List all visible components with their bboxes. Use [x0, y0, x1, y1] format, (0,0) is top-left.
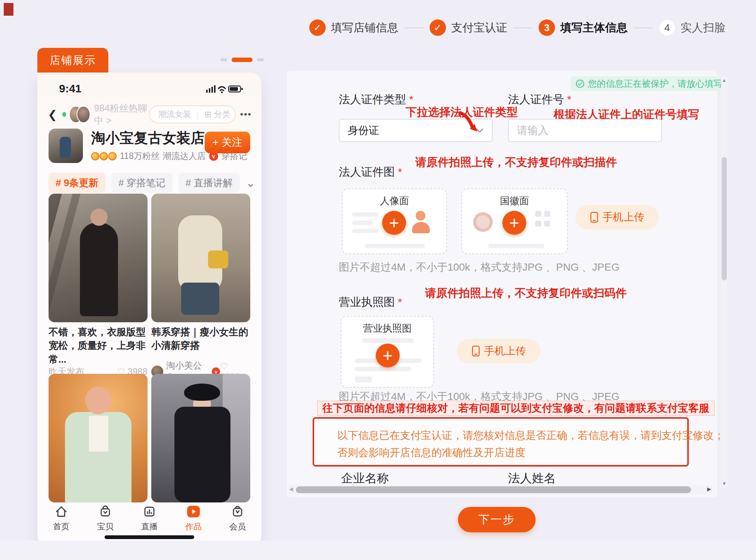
step-label: 填写店铺信息 [331, 20, 398, 36]
category-grid-icon: ⊞ [204, 110, 211, 119]
step-number: 4 [659, 19, 675, 36]
follow-button: + 关注 [205, 132, 250, 153]
review-banner: 往下页面的信息请仔细核对，若有问题可以到支付宝修改，有问题请联系支付宝客服 [317, 401, 715, 416]
upload-button-label: 手机上传 [484, 344, 526, 358]
heart-icon: ♡ [220, 361, 228, 371]
chevron-down-icon: ⌄ [246, 179, 256, 187]
carousel-indicator [220, 58, 264, 62]
medal-icon [100, 152, 108, 160]
tabbar-label: 宝贝 [97, 521, 114, 532]
tabbar-works: 作品 [185, 504, 202, 532]
phone-top-nav: ❮ 984粉丝热聊中 > 潮流女装 ｜ ⊞ 分类 ••• [48, 105, 252, 123]
portrait-icon [416, 211, 425, 221]
medal-icon [91, 152, 99, 160]
protection-text: 您的信息正在被保护，请放心填写 [588, 78, 722, 90]
horizontal-scrollbar[interactable]: ◀ ▶ [288, 485, 712, 494]
works-play-icon [186, 504, 201, 519]
mobile-upload-button[interactable]: 手机上传 [575, 205, 659, 230]
phone-mockup: 9:41 ❮ 984粉丝热聊中 > [37, 73, 261, 547]
fans-count: 118万粉丝 [120, 150, 159, 162]
scroll-down-arrow[interactable]: ▼ [721, 481, 728, 486]
phone-icon [471, 345, 480, 357]
add-icon: + [376, 344, 400, 367]
search-keyword: 潮流女装 [158, 109, 191, 120]
post-photo [151, 374, 250, 502]
alipay-notice-box: 以下信息已在支付宝认证，请您核对信息是否正确，若信息有误，请到支付宝修改； 否则… [313, 417, 689, 467]
tabbar-live: 直播 [141, 504, 158, 532]
live-icon [142, 504, 157, 519]
store-name: 淘小宝复古女装店 [91, 129, 205, 148]
step-face-scan: 4 实人扫脸 [659, 19, 725, 36]
store-header: 淘小宝复古女装店 118万粉丝 潮流达人店 v 穿搭记 + 关注 [49, 129, 250, 167]
upload-card-title: 营业执照图 [341, 322, 433, 335]
avatar [77, 106, 90, 123]
phone-tabbar: 首页 宝贝 直播 作品 [49, 504, 250, 532]
post-grid-row1 [49, 194, 250, 322]
tab-updates: # 9条更新 [49, 173, 105, 193]
home-icon [54, 504, 69, 519]
tab-outfit-notes: # 穿搭笔记 [111, 173, 173, 193]
add-icon: + [382, 211, 406, 235]
horizontal-scrollbar-thumb[interactable] [296, 486, 691, 493]
step-number: 3 [539, 19, 555, 36]
status-time: 9:41 [59, 82, 81, 95]
upload-card-back[interactable]: 国徽面 + [461, 188, 568, 254]
legal-name-label: 法人姓名 [508, 470, 556, 487]
protection-notice: 您的信息正在被保护，请放心填写 [571, 76, 727, 91]
cert-no-input[interactable] [508, 119, 662, 142]
phone-icon [590, 212, 599, 223]
required-mark: * [409, 93, 413, 105]
tabbar-label: 作品 [185, 521, 202, 532]
cert-type-label: 法人证件类型* [339, 92, 413, 107]
medal-icon [108, 152, 117, 160]
post-photo [49, 194, 148, 322]
shop-preview-tab: 店铺展示 [37, 48, 108, 73]
back-icon: ❮ [48, 108, 57, 121]
mobile-upload-button[interactable]: 手机上传 [457, 339, 540, 363]
step-subject-info: 3 填写主体信息 [539, 19, 628, 36]
step-label: 填写主体信息 [560, 20, 628, 36]
scroll-right-arrow[interactable]: ▶ [707, 486, 711, 492]
vertical-scrollbar-thumb[interactable] [722, 157, 727, 280]
step-store-info: ✓ 填写店铺信息 [309, 19, 398, 36]
tabbar-label: 直播 [141, 521, 158, 532]
step-divider [513, 27, 533, 28]
alipay-notice-line1: 以下信息已在支付宝认证，请您核对信息是否正确，若信息有误，请到支付宝修改； [337, 428, 724, 443]
step-label: 实人扫脸 [681, 20, 725, 36]
upload-card-license[interactable]: 营业执照图 + [341, 316, 434, 388]
more-icon: ••• [240, 109, 252, 120]
carousel-dot-active [232, 58, 252, 62]
cert-type-value: 身份证 [348, 123, 379, 138]
company-name-label: 企业名称 [341, 470, 389, 487]
store-avatar [49, 129, 83, 163]
corner-marker [4, 3, 13, 16]
upload-card-title: 人像面 [343, 194, 446, 207]
tabbar-home: 首页 [53, 504, 69, 532]
search-bar: 潮流女装 ｜ ⊞ 分类 [149, 105, 236, 123]
next-step-button[interactable]: 下一步 [458, 507, 536, 532]
cert-image-annotation: 请原件拍照上传，不支持复印件或扫描件 [415, 155, 617, 170]
upload-card-title: 国徽面 [462, 194, 567, 207]
check-icon: ✓ [309, 19, 326, 36]
tab-live-explain: # 直播讲解 [179, 173, 240, 193]
online-dot [62, 112, 66, 117]
add-icon: + [502, 211, 526, 235]
post-photo [151, 194, 250, 322]
annotation-arrow-icon [455, 109, 485, 138]
alipay-notice-line2: 否则会影响开店信息的准确性及开店进度 [337, 446, 526, 460]
scroll-up-arrow[interactable]: ▲ [721, 77, 728, 83]
required-mark: * [398, 296, 402, 308]
license-image-annotation: 请原件拍照上传，不支持复印件或扫码件 [425, 286, 627, 301]
search-icon [154, 110, 156, 119]
content-tabs: # 9条更新 # 穿搭笔记 # 直播讲解 ⌄ [49, 173, 252, 193]
vertical-scrollbar[interactable]: ▲ ▼ [721, 77, 728, 487]
tabbar-label: 首页 [53, 521, 69, 532]
scroll-left-arrow[interactable]: ◀ [289, 486, 293, 492]
cert-image-label: 法人证件图* [339, 164, 402, 180]
upload-card-front[interactable]: 人像面 + [342, 188, 447, 254]
license-image-label: 营业执照图* [339, 295, 402, 310]
home-indicator [105, 535, 194, 539]
step-alipay-auth: ✓ 支付宝认证 [430, 19, 507, 36]
fans-chat-status: 984粉丝热聊中 > [94, 102, 149, 127]
carousel-dot [257, 58, 264, 61]
